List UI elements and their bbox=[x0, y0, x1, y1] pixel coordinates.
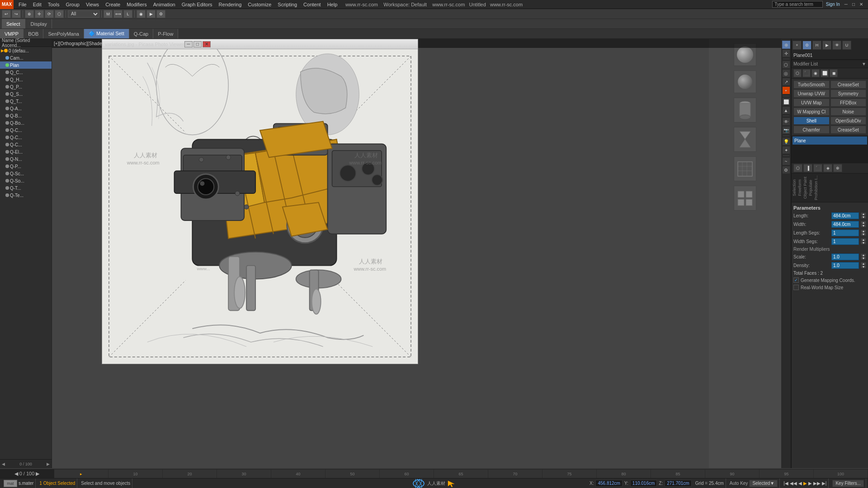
sel-btn-4[interactable]: ◈ bbox=[823, 164, 832, 172]
tool-arrow-btn[interactable]: ↗ bbox=[782, 78, 790, 86]
obj-sphere2-preview[interactable] bbox=[734, 70, 756, 93]
toolbar-undo[interactable]: ↩ bbox=[2, 10, 11, 18]
mod-icon-4[interactable]: ⬜ bbox=[821, 69, 829, 77]
cmd-create-icon[interactable]: + bbox=[793, 41, 802, 50]
length-segs-value[interactable]: 1 bbox=[831, 230, 859, 236]
playback-start[interactable]: |◀ bbox=[783, 481, 788, 486]
menu-modifiers[interactable]: Modifiers bbox=[124, 1, 150, 8]
scale-spin-down[interactable]: ▼ bbox=[861, 257, 866, 260]
generate-mapping-checkbox[interactable]: ✓ bbox=[793, 277, 799, 283]
menu-file[interactable]: File bbox=[16, 1, 29, 8]
playback-play[interactable]: ▶ bbox=[803, 481, 807, 486]
menu-edit[interactable]: Edit bbox=[30, 1, 44, 8]
tree-item-qte[interactable]: Q-Te... bbox=[0, 192, 52, 199]
tree-item-qa[interactable]: Q-A... bbox=[0, 105, 52, 112]
length-spin-down[interactable]: ▼ bbox=[861, 216, 866, 219]
mod-icon-1[interactable]: ⬡ bbox=[793, 69, 802, 77]
timeline-control-prev[interactable]: ◀ 0 / 100 ▶ bbox=[0, 469, 54, 478]
picasa-close[interactable]: ✕ bbox=[203, 41, 211, 47]
tree-item-qp2[interactable]: Q-P... bbox=[0, 163, 52, 170]
mod-chamfer[interactable]: Chamfer bbox=[793, 126, 830, 134]
tree-item-qbo[interactable]: Q-Bo... bbox=[0, 119, 52, 127]
tab-qcap[interactable]: Q-Cap bbox=[129, 29, 153, 38]
mod-ffdbox[interactable]: FFDBox bbox=[830, 99, 867, 107]
material-slot[interactable]: mat bbox=[4, 480, 17, 487]
tree-item-qc[interactable]: Q_C... bbox=[0, 69, 52, 76]
search-box[interactable]: Type a search term bbox=[772, 1, 823, 8]
toolbar-redo[interactable]: ↪ bbox=[12, 10, 21, 18]
tree-item-qt[interactable]: Q_T... bbox=[0, 98, 52, 105]
mod-w-mapping[interactable]: W Mapping Cl bbox=[793, 108, 830, 116]
tree-item-qc2[interactable]: Q-C... bbox=[0, 127, 52, 134]
length-value[interactable]: 484.0cm bbox=[831, 212, 859, 219]
playback-end[interactable]: ▶| bbox=[822, 481, 827, 486]
mod-icon-2[interactable]: ⬛ bbox=[802, 69, 811, 77]
scale-spin-up[interactable]: ▲ bbox=[861, 253, 866, 257]
tab-vmpp[interactable]: VMPP bbox=[0, 29, 24, 38]
playback-prev-frame[interactable]: ◀ bbox=[798, 481, 802, 486]
tree-item-qh[interactable]: Q_H... bbox=[0, 76, 52, 83]
obj-cylinder-preview[interactable] bbox=[734, 98, 756, 122]
timeline-track[interactable]: ▸ 10 20 30 40 50 60 65 70 75 80 85 90 95… bbox=[54, 469, 868, 478]
sel-btn-5[interactable]: ⊕ bbox=[833, 164, 842, 172]
tab-bob[interactable]: BOB bbox=[24, 29, 43, 38]
tab-material-sett[interactable]: 🔷 Material Sett bbox=[84, 29, 129, 38]
tree-root[interactable]: ▶ 0 (defau... bbox=[0, 47, 52, 54]
menu-scripting[interactable]: Scripting bbox=[275, 1, 300, 8]
menu-help[interactable]: Help bbox=[325, 1, 340, 8]
obj-box-grid-preview[interactable] bbox=[734, 156, 756, 181]
tree-item-qel[interactable]: Q-El... bbox=[0, 148, 52, 155]
mod-turbosmooth[interactable]: TurboSmooth bbox=[793, 80, 830, 89]
sel-btn-2[interactable]: ▐ bbox=[803, 164, 812, 172]
toolbar-scale[interactable]: ⬡ bbox=[55, 10, 64, 18]
width-segs-value[interactable]: 1 bbox=[831, 238, 859, 245]
density-value[interactable]: 1.0 bbox=[831, 262, 859, 269]
playback-prev[interactable]: ◀◀ bbox=[790, 481, 797, 486]
mod-uvw-map[interactable]: UVW Map bbox=[793, 99, 830, 107]
tab-senpolymana[interactable]: SenPolyMana bbox=[43, 29, 84, 38]
tree-item-qso[interactable]: Q-So... bbox=[0, 177, 52, 184]
mod-noise[interactable]: Noise bbox=[830, 108, 867, 116]
playback-next[interactable]: ▶▶ bbox=[813, 481, 821, 486]
tree-item-qp[interactable]: Q_P... bbox=[0, 83, 52, 90]
cmd-hierarchy-icon[interactable]: H bbox=[812, 41, 821, 50]
tool-eye-btn[interactable]: 👁 bbox=[782, 117, 790, 126]
window-minimize[interactable]: ─ bbox=[843, 2, 849, 7]
toolbar-mirror[interactable]: M bbox=[104, 10, 113, 18]
autokey-mode-btn[interactable]: Selected ▼ bbox=[749, 480, 778, 487]
lsegs-spin-down[interactable]: ▼ bbox=[861, 233, 866, 236]
modifier-plane-entry[interactable]: Plane bbox=[793, 136, 867, 145]
width-spin-down[interactable]: ▼ bbox=[861, 224, 866, 227]
mod-symmetry[interactable]: Symmetry bbox=[830, 89, 867, 98]
mod-icon-5[interactable]: ◼ bbox=[830, 69, 838, 77]
mod-unwrap-uvw[interactable]: Unwrap UVW bbox=[793, 89, 830, 98]
obj-hourglass-preview[interactable] bbox=[734, 127, 756, 152]
tab-display[interactable]: Display bbox=[26, 19, 52, 28]
lsegs-spin-up[interactable]: ▲ bbox=[861, 230, 866, 233]
tool-geometry-btn[interactable]: ⬡ bbox=[782, 61, 790, 69]
tool-space-warp-btn[interactable]: ~ bbox=[782, 157, 790, 165]
tool-camera-btn[interactable]: 📷 bbox=[782, 126, 790, 134]
tree-item-qc3[interactable]: Q-C... bbox=[0, 134, 52, 141]
toolbar-move[interactable]: ✛ bbox=[35, 10, 44, 18]
tree-item-qs[interactable]: Q_S... bbox=[0, 90, 52, 98]
menu-rendering[interactable]: Rendering bbox=[216, 1, 245, 8]
tree-item-plane[interactable]: Plan bbox=[0, 61, 52, 69]
tool-system-btn[interactable]: ⚙ bbox=[782, 166, 790, 174]
window-close[interactable]: ✕ bbox=[858, 2, 864, 7]
toolbar-select[interactable]: ⊕ bbox=[25, 10, 34, 18]
y-coord[interactable]: 110.016cm bbox=[630, 480, 657, 487]
mod-creaseset2[interactable]: CreaseSet bbox=[830, 126, 867, 134]
cmd-modify-icon[interactable]: ⚙ bbox=[802, 41, 811, 50]
sel-btn-3[interactable]: ⬛ bbox=[813, 164, 822, 172]
mod-creaseset[interactable]: CreaseSet bbox=[830, 80, 867, 89]
tool-light-btn[interactable]: 💡 bbox=[782, 137, 790, 145]
toolbar-rotate[interactable]: ⟳ bbox=[45, 10, 54, 18]
cmd-utilities-icon[interactable]: U bbox=[842, 41, 851, 50]
tree-item-qt2[interactable]: Q-T... bbox=[0, 184, 52, 192]
mod-icon-3[interactable]: ◉ bbox=[811, 69, 820, 77]
key-filters-btn[interactable]: Key Filters... bbox=[832, 480, 864, 487]
tab-select[interactable]: Select bbox=[2, 19, 25, 28]
width-value[interactable]: 484.0cm bbox=[831, 221, 859, 228]
menu-customize[interactable]: Customize bbox=[245, 1, 274, 8]
